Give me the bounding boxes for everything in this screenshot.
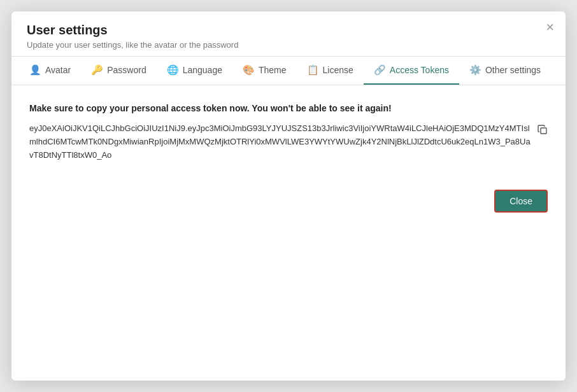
tab-password-label: Password [107,65,146,75]
token-value-container: eyJ0eXAiOiJKV1QiLCJhbGciOiJIUzI1NiJ9.eyJ… [29,122,548,162]
tab-language[interactable]: 🌐 Language [157,57,232,85]
password-icon: 🔑 [91,64,103,76]
theme-icon: 🎨 [243,64,255,76]
tab-license-label: License [323,65,353,75]
tabs-container: 👤 Avatar 🔑 Password 🌐 Language 🎨 Theme 📋… [11,57,566,85]
avatar-icon: 👤 [29,64,41,76]
tab-password[interactable]: 🔑 Password [81,57,156,85]
tab-access-tokens-label: Access Tokens [390,65,449,75]
tab-other-settings-label: Other settings [485,65,541,75]
tab-other-settings[interactable]: ⚙️ Other settings [459,57,551,85]
token-warning: Make sure to copy your personal access t… [29,103,548,113]
tab-access-tokens[interactable]: 🔗 Access Tokens [364,57,459,85]
modal-title: User settings [27,23,550,38]
modal: User settings Update your user settings,… [11,11,566,381]
other-settings-icon: ⚙️ [469,64,481,76]
license-icon: 📋 [307,64,319,76]
tab-theme[interactable]: 🎨 Theme [232,57,297,85]
tab-avatar[interactable]: 👤 Avatar [19,57,81,85]
tab-language-label: Language [183,65,222,75]
tab-avatar-label: Avatar [45,65,71,75]
language-icon: 🌐 [167,64,179,76]
modal-close-button[interactable]: × [546,20,554,34]
svg-rect-0 [541,128,546,134]
modal-body: Make sure to copy your personal access t… [11,85,566,179]
modal-actions: Close [11,179,566,230]
tab-theme-label: Theme [259,65,287,75]
token-text: eyJ0eXAiOiJKV1QiLCJhbGciOiJIUzI1NiJ9.eyJ… [29,122,532,162]
modal-header: User settings Update your user settings,… [11,11,566,57]
modal-subtitle: Update your user settings, like the avat… [27,40,550,50]
close-button[interactable]: Close [494,190,548,213]
tab-license[interactable]: 📋 License [297,57,364,85]
copy-icon[interactable] [538,123,548,140]
access-tokens-icon: 🔗 [374,64,386,76]
